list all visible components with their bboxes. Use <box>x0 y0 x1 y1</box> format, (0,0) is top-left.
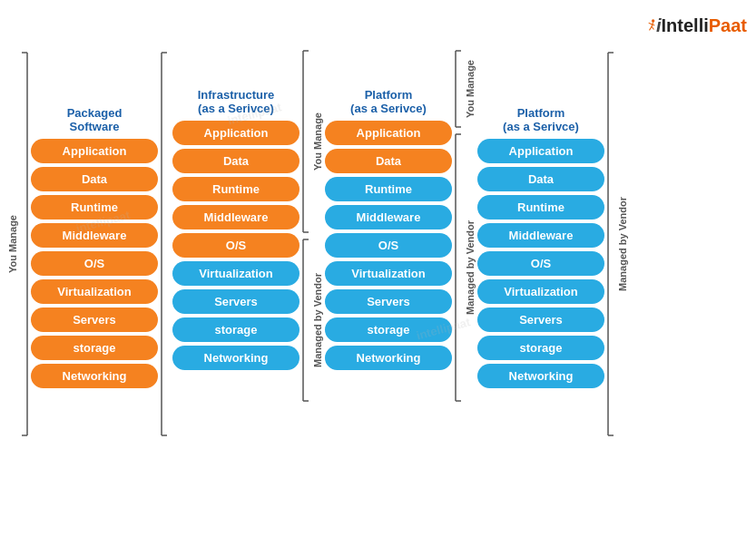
bracket-svg-left <box>18 49 29 439</box>
list-item: Data <box>172 149 299 173</box>
list-item: Middleware <box>325 205 452 229</box>
list-item: Middleware <box>31 223 158 248</box>
bracket-svg-col1-right <box>160 49 171 439</box>
col-iaas-items: Application Data Runtime Middleware O/S … <box>172 121 299 370</box>
list-item: Networking <box>325 346 452 370</box>
bracket-saas-right <box>606 49 617 439</box>
list-item: Middleware <box>477 223 604 248</box>
you-manage-label-paas: You Manage <box>465 60 476 118</box>
brackets-paas-right: You Manage Managed by Vendor <box>454 49 476 403</box>
list-item: Virtualization <box>325 261 452 286</box>
col-paas-title: Platform(as a Serivce) <box>350 83 427 115</box>
list-item: Data <box>31 167 158 191</box>
brackets-iaas-right: You Manage Managed by Vendor <box>301 49 323 403</box>
col-packaged-title: PackagedSoftware <box>67 101 123 133</box>
bracket-paas-top <box>454 49 465 129</box>
managed-by-vendor-label-saas: Managed by Vendor <box>617 197 628 291</box>
column-saas: Platform(as a Serivce) Application Data … <box>477 101 604 388</box>
col-paas-items: Application Data Runtime Middleware O/S … <box>325 121 452 370</box>
managed-by-vendor-paas: Managed by Vendor <box>454 132 476 403</box>
list-item: Virtualization <box>172 261 299 286</box>
brackets-saas-right: Managed by Vendor <box>606 49 628 439</box>
col-iaas-title: Infrastructure(as a Serivce) <box>198 83 275 115</box>
column-saas-wrapper: Platform(as a Serivce) Application Data … <box>477 49 628 439</box>
list-item: Servers <box>477 308 604 332</box>
you-manage-label-iaas: You Manage <box>312 112 323 171</box>
list-item: Virtualization <box>31 279 158 304</box>
managed-by-vendor-label-iaas: Managed by Vendor <box>312 273 323 367</box>
list-item: Runtime <box>31 195 158 220</box>
bracket-you-manage-left: You Manage <box>7 49 29 439</box>
list-item: O/S <box>477 251 604 276</box>
list-item: O/S <box>325 233 452 258</box>
bracket-iaas-bottom <box>301 238 312 403</box>
list-item: storage <box>477 336 604 360</box>
list-item: Servers <box>172 289 299 314</box>
column-iaas: Infrastructure(as a Serivce) Application… <box>172 83 299 370</box>
list-item: storage <box>31 336 158 360</box>
list-item: Runtime <box>477 195 604 220</box>
list-item: Networking <box>172 346 299 370</box>
list-item: Runtime <box>172 177 299 201</box>
managed-by-vendor-iaas: Managed by Vendor <box>301 238 323 403</box>
you-manage-label-left: You Manage <box>7 215 18 273</box>
bracket-iaas-top <box>301 49 312 234</box>
list-item: storage <box>172 317 299 342</box>
col-saas-title: Platform(as a Serivce) <box>503 101 579 133</box>
bracket-paas-bottom <box>454 132 465 403</box>
you-manage-iaas: You Manage <box>301 49 323 234</box>
list-item: Servers <box>325 289 452 314</box>
list-item: Networking <box>31 364 158 388</box>
column-paas-wrapper: Platform(as a Serivce) Application Data … <box>325 49 476 403</box>
list-item: Virtualization <box>477 279 604 304</box>
list-item: Application <box>172 121 299 145</box>
list-item: Application <box>325 121 452 145</box>
list-item: Data <box>325 149 452 173</box>
bracket-col1-right <box>160 49 171 439</box>
list-item: O/S <box>31 251 158 276</box>
col-packaged-items: Application Data Runtime Middleware O/S … <box>31 139 158 388</box>
you-manage-paas: You Manage <box>454 49 476 129</box>
column-paas: Platform(as a Serivce) Application Data … <box>325 83 452 370</box>
list-item: Networking <box>477 364 604 388</box>
column-packaged-wrapper: You Manage PackagedSoftware Application … <box>7 49 158 439</box>
list-item: Application <box>31 139 158 163</box>
list-item: Middleware <box>172 205 299 229</box>
list-item: Data <box>477 167 604 191</box>
column-packaged: PackagedSoftware Application Data Runtim… <box>31 101 158 388</box>
list-item: Servers <box>31 308 158 332</box>
list-item: Application <box>477 139 604 163</box>
col-saas-items: Application Data Runtime Middleware O/S … <box>477 139 604 388</box>
list-item: storage <box>325 317 452 342</box>
managed-by-vendor-label-paas: Managed by Vendor <box>465 220 476 315</box>
list-item: O/S <box>172 233 299 258</box>
list-item: Runtime <box>325 177 452 201</box>
column-iaas-wrapper: Infrastructure(as a Serivce) Application… <box>172 49 323 403</box>
